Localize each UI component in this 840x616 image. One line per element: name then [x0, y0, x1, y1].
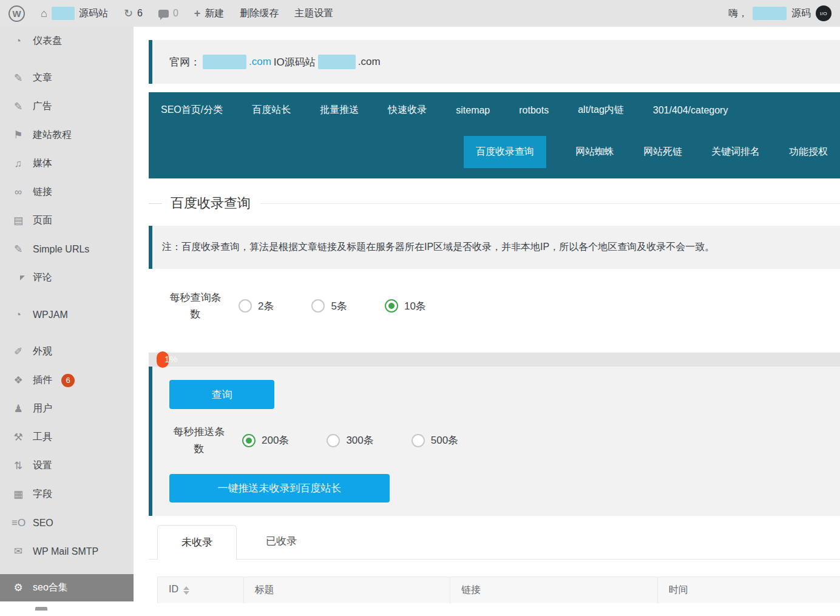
radio-2-per-sec[interactable]: 2条 — [239, 299, 274, 313]
radio-500-per-sec[interactable]: 500条 — [412, 433, 458, 447]
submenu-partial-item[interactable] — [35, 607, 47, 611]
radio-label: 2条 — [258, 299, 274, 313]
query-rate-options: 2条 5条 10条 — [239, 299, 426, 313]
sidebar-item-label: 用户 — [33, 402, 52, 415]
media-icon: ♫ — [12, 158, 25, 170]
sidebar-item-comments[interactable]: 评论 — [0, 263, 134, 292]
brush-icon: ✐ — [12, 345, 25, 358]
seo-collection-submenu — [0, 601, 134, 616]
sidebar-item-fields[interactable]: ▦ 字段 — [0, 480, 134, 509]
sidebar-item-users[interactable]: ♟ 用户 — [0, 394, 134, 423]
progress-percent: 1% — [164, 354, 178, 364]
radio-circle-selected — [385, 299, 398, 313]
sidebar-item-tutorials[interactable]: ⚑ 建站教程 — [0, 121, 134, 149]
nav-tab-site-spider[interactable]: 网站蜘蛛 — [575, 143, 614, 161]
pages-icon: ▤ — [12, 214, 25, 227]
sidebar-item-label: 插件 — [33, 374, 52, 387]
nav-tab-fast-index[interactable]: 快速收录 — [388, 101, 427, 119]
sidebar-item-pages[interactable]: ▤ 页面 — [0, 206, 134, 235]
seo-tabs-nav: SEO首页/分类 百度站长 批量推送 快速收录 sitemap rotbots … — [149, 92, 840, 178]
column-header-link: 链接 — [450, 577, 657, 603]
wordpress-logo-icon: W — [8, 5, 25, 22]
nav-tab-baidu-webmaster[interactable]: 百度站长 — [252, 101, 291, 119]
sidebar-item-label: 建站教程 — [33, 129, 72, 141]
sidebar-item-wpjam[interactable]: ◔ WPJAM — [0, 300, 134, 329]
sidebar-item-seo-collection[interactable]: ⚙ seo合集 — [0, 574, 134, 601]
push-all-unindexed-button[interactable]: 一键推送未收录到百度站长 — [169, 474, 390, 503]
site-link[interactable]: ⌂ 源码站 — [41, 7, 108, 20]
page-header: 百度收录查询 — [149, 194, 840, 212]
radio-label: 10条 — [404, 299, 426, 313]
site-name: 源码站 — [79, 7, 108, 20]
sidebar-item-simple-urls[interactable]: ✎ Simple URLs — [0, 235, 134, 263]
sidebar-item-plugins[interactable]: ❖ 插件 6 — [0, 366, 134, 394]
tab-indexed[interactable]: 已收录 — [266, 534, 297, 559]
updates-button[interactable]: ↻ 6 — [124, 7, 143, 20]
clear-cache-button[interactable]: 删除缓存 — [240, 7, 279, 20]
sidebar-item-label: seo合集 — [33, 581, 68, 594]
nav-tab-sitemap[interactable]: sitemap — [456, 103, 490, 118]
nav-tab-feature-license[interactable]: 功能授权 — [789, 143, 828, 161]
radio-circle-selected — [242, 434, 256, 447]
comments-count: 0 — [173, 8, 178, 19]
comments-button[interactable]: 0 — [158, 8, 178, 19]
column-header-id: ID — [158, 577, 243, 603]
sidebar-item-appearance[interactable]: ✐ 外观 — [0, 337, 134, 366]
radio-label: 300条 — [346, 433, 373, 447]
radio-circle — [239, 299, 252, 313]
sidebar-item-dashboard[interactable]: ◔ 仪表盘 — [0, 27, 134, 55]
sidebar-item-links[interactable]: ∞ 链接 — [0, 178, 134, 206]
new-content-button[interactable]: + 新建 — [194, 7, 225, 20]
sort-icon[interactable] — [183, 586, 189, 595]
clear-cache-label: 删除缓存 — [240, 7, 279, 20]
nav-tab-seo-home[interactable]: SEO首页/分类 — [161, 101, 223, 119]
nav-tab-dead-links[interactable]: 网站死链 — [643, 143, 682, 161]
wordpress-menu[interactable]: W — [8, 5, 25, 22]
updates-count: 6 — [137, 8, 143, 19]
progress-bar: 1% — [149, 353, 840, 367]
radio-5-per-sec[interactable]: 5条 — [311, 299, 347, 313]
link-icon: ∞ — [12, 186, 25, 198]
account-menu[interactable]: 嗨， 源码 I/O — [728, 5, 832, 21]
radio-300-per-sec[interactable]: 300条 — [327, 433, 373, 447]
sidebar-item-label: 链接 — [33, 186, 52, 198]
sidebar-item-ads[interactable]: ✎ 广告 — [0, 92, 134, 121]
sidebar-item-media[interactable]: ♫ 媒体 — [0, 149, 134, 178]
pin-icon: ✎ — [12, 72, 25, 84]
nav-tab-baidu-index-query[interactable]: 百度收录查询 — [464, 136, 546, 168]
flag-icon: ⚑ — [12, 129, 25, 141]
title-left-rule — [149, 203, 162, 204]
sidebar-item-label: 广告 — [33, 100, 52, 113]
sidebar-item-settings[interactable]: ⇅ 设置 — [0, 452, 134, 480]
query-rate-label: 每秒查询条数 — [166, 289, 225, 322]
nav-tab-batch-push[interactable]: 批量推送 — [320, 101, 359, 119]
pin-icon: ✎ — [12, 243, 25, 256]
radio-label: 5条 — [331, 299, 347, 313]
sidebar-item-seo[interactable]: ≡O SEO — [0, 509, 134, 537]
query-button[interactable]: 查询 — [169, 380, 274, 409]
notice-middle: IO源码站 — [274, 55, 316, 69]
user-icon: ♟ — [12, 402, 25, 415]
sidebar-item-posts[interactable]: ✎ 文章 — [0, 64, 134, 92]
domain-link[interactable]: .com — [249, 56, 271, 68]
theme-settings-button[interactable]: 主题设置 — [294, 7, 333, 20]
sliders-icon: ⇅ — [12, 459, 25, 472]
tab-unindexed[interactable]: 未收录 — [157, 525, 237, 560]
radio-200-per-sec[interactable]: 200条 — [242, 433, 289, 447]
seo-icon: ≡O — [12, 517, 25, 529]
nav-tab-keyword-rank[interactable]: 关键词排名 — [711, 143, 760, 161]
plugin-icon: ❖ — [12, 374, 25, 387]
nav-tab-301-404-category[interactable]: 301/404/category — [653, 103, 728, 118]
censored-site-name — [52, 7, 75, 20]
radio-10-per-sec[interactable]: 10条 — [385, 299, 426, 313]
radio-label: 500条 — [431, 433, 458, 447]
nav-tab-rotbots[interactable]: rotbots — [519, 103, 549, 118]
sidebar-item-tools[interactable]: ⚒ 工具 — [0, 423, 134, 452]
notice-suffix: .com — [358, 56, 381, 68]
official-site-notice: 官网： .com IO源码站 .com — [149, 40, 840, 84]
sidebar-item-label: 外观 — [33, 345, 52, 358]
nav-tab-alt-tag-links[interactable]: alt/tag内链 — [578, 101, 624, 119]
plugins-update-badge: 6 — [61, 374, 75, 387]
sidebar-item-label: 设置 — [33, 459, 52, 472]
sidebar-item-wp-mail-smtp[interactable]: ✉ WP Mail SMTP — [0, 537, 134, 566]
